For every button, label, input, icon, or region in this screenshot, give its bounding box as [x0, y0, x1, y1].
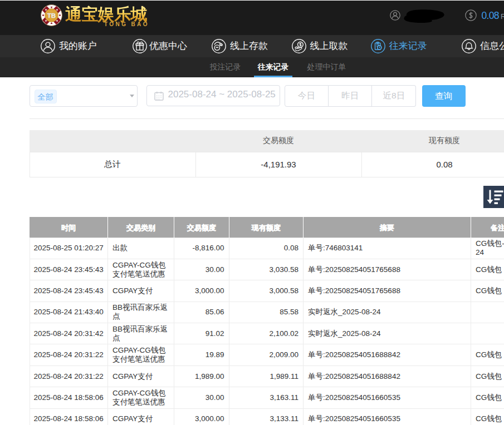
svg-text:TB: TB — [47, 12, 56, 19]
